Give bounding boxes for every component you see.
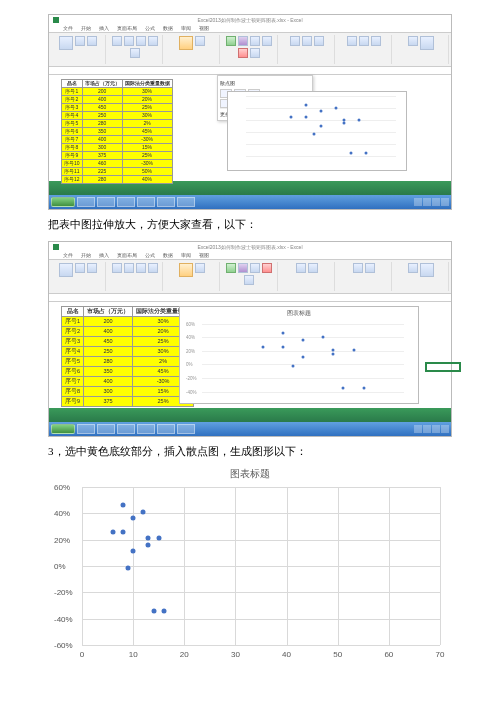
taskbar (49, 195, 451, 209)
worksheet-area[interactable]: 品名市场占（万元）国际法分类重量数据 序号120030% 序号240020% 序… (49, 302, 451, 408)
data-table: 品名市场占（万元）国际法分类重量数据 序号120030% 序号240020% 序… (61, 79, 173, 184)
app-title: Excel2013如何制作波士顿矩阵图表.xlsx - Excel (197, 17, 302, 23)
ribbon-tabs[interactable]: 文件开始插入 页面布局公式数据 审阅视图 (49, 25, 451, 33)
ribbon-tabs[interactable]: 文件开始插入 页面布局公式数据 审阅视图 (49, 252, 451, 260)
selected-cell (425, 362, 461, 372)
excel-screenshot-2: Excel2013如何制作波士顿矩阵图表.xlsx - Excel 文件开始插入… (48, 241, 452, 437)
formula-bar[interactable] (49, 67, 451, 75)
embedded-chart-2[interactable]: 图表标题 60%40%20%0%-20%-40% (179, 306, 419, 404)
caption-1: 把表中图拉伸放大，方便大家查看，以下： (48, 216, 452, 233)
excel-screenshot-1: Excel2013如何制作波士顿矩阵图表.xlsx - Excel 文件开始插入… (48, 14, 452, 210)
caption-2: 3，选中黄色底纹部分，插入散点图，生成图形以下： (48, 443, 452, 460)
start-button[interactable] (51, 424, 75, 434)
start-button[interactable] (51, 197, 75, 207)
standalone-scatter-chart: 图表标题 60%40%20%0%-20%-40%-60%010203040506… (48, 467, 452, 661)
app-title: Excel2013如何制作波士顿矩阵图表.xlsx - Excel (197, 244, 302, 250)
formula-bar[interactable] (49, 294, 451, 302)
chart-icon[interactable] (179, 36, 193, 50)
omega-icon[interactable] (420, 36, 434, 50)
embedded-chart-1[interactable] (227, 91, 407, 171)
chart-title: 图表标题 (180, 309, 418, 318)
data-table: 品名市场占（万元）国际法分类重量数据 序号120030% 序号240020% 序… (61, 306, 194, 407)
taskbar (49, 422, 451, 436)
worksheet-area[interactable]: 品名市场占（万元）国际法分类重量数据 序号120030% 序号240020% 序… (49, 75, 451, 181)
ribbon (49, 260, 451, 294)
chart-title: 图表标题 (48, 467, 452, 481)
window-titlebar: Excel2013如何制作波士顿矩阵图表.xlsx - Excel (49, 15, 451, 25)
status-bar (49, 408, 451, 422)
window-titlebar: Excel2013如何制作波士顿矩阵图表.xlsx - Excel (49, 242, 451, 252)
ribbon (49, 33, 451, 67)
quick-access (53, 17, 59, 23)
